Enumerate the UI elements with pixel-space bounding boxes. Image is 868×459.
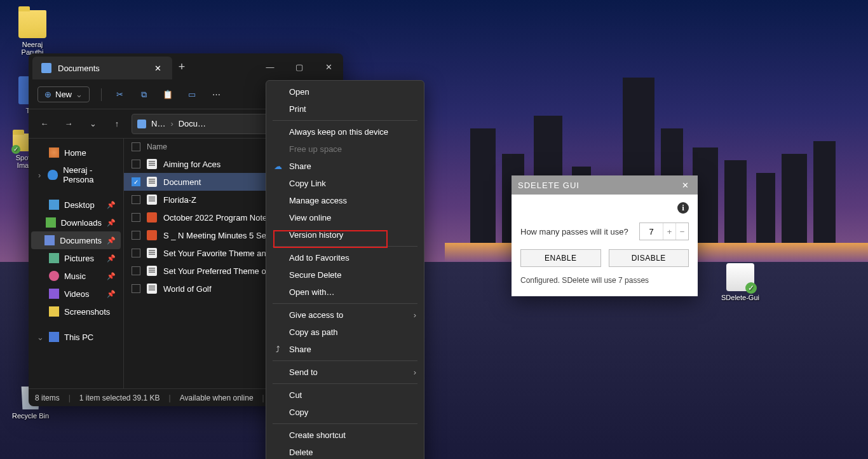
file-name: World of Golf [163, 284, 212, 294]
forward-button[interactable]: → [59, 114, 78, 134]
pin-icon: 📌 [107, 272, 116, 280]
nav-desktop[interactable]: Desktop📌 [31, 196, 121, 214]
desktop-icon-sdelete[interactable]: SDelete-Gui [718, 263, 763, 301]
ctx-open-with[interactable]: Open with… [266, 284, 424, 301]
ctx-secure-delete[interactable]: Secure Delete [266, 266, 424, 284]
nav-label: Documents [60, 236, 102, 245]
separator [273, 303, 417, 304]
pc-icon [49, 332, 59, 342]
file-icon [147, 195, 157, 205]
ctx-give-access[interactable]: Give access to› [266, 306, 424, 324]
explorer-tab[interactable]: Documents ✕ [32, 57, 172, 79]
ctx-copy-path[interactable]: Copy as path [266, 324, 424, 341]
nav-pictures[interactable]: Pictures📌 [31, 249, 121, 267]
new-button[interactable]: ⊕ New ⌄ [37, 86, 90, 102]
separator [273, 383, 417, 384]
new-tab-button[interactable]: + [172, 60, 191, 74]
checkbox[interactable] [132, 160, 140, 168]
pin-icon: 📌 [107, 290, 116, 298]
ctx-create-shortcut[interactable]: Create shortcut [266, 427, 424, 444]
titlebar[interactable]: Documents ✕ + — ▢ ✕ [29, 53, 343, 80]
ctx-share-onedrive[interactable]: ☁Share [266, 158, 424, 175]
paste-icon[interactable]: 📋 [161, 88, 174, 101]
file-name: Set Your Preferred Theme on Wi [163, 266, 283, 276]
file-name: Aiming for Aces [163, 160, 220, 169]
ctx-cut[interactable]: Cut [266, 387, 424, 404]
passes-label: How many passes will it use? [520, 227, 628, 236]
enable-button[interactable]: ENABLE [520, 249, 601, 267]
breadcrumb-segment[interactable]: Docu… [179, 119, 206, 128]
recent-button[interactable]: ⌄ [83, 114, 102, 134]
ctx-add-favorites[interactable]: Add to Favorites [266, 249, 424, 266]
checkbox[interactable] [132, 249, 140, 257]
checkbox[interactable] [132, 195, 140, 204]
file-icon [147, 230, 157, 240]
checkbox[interactable] [132, 284, 140, 293]
sdelete-titlebar[interactable]: SDELETE GUI ✕ [512, 175, 698, 195]
ctx-always-keep[interactable]: Always keep on this device [266, 123, 424, 140]
ctx-share[interactable]: ⤴Share [266, 341, 424, 358]
nav-thispc[interactable]: ⌄This PC [31, 328, 121, 346]
ctx-copy-link[interactable]: Copy Link [266, 175, 424, 192]
passes-spinner: + − [639, 223, 689, 240]
rename-icon[interactable]: ▭ [186, 88, 198, 101]
more-icon[interactable]: ⋯ [210, 88, 222, 101]
info-icon[interactable]: i [677, 202, 689, 214]
nav-videos[interactable]: Videos📌 [31, 285, 121, 303]
checkbox[interactable] [132, 213, 140, 222]
file-name: Set Your Favorite Theme and Fo [163, 249, 283, 258]
copy-icon[interactable]: ⧉ [137, 88, 150, 101]
checkbox[interactable] [132, 231, 140, 240]
nav-label: Screenshots [64, 307, 110, 317]
file-icon [147, 212, 157, 223]
nav-screenshots[interactable]: Screenshots [31, 303, 121, 320]
breadcrumb-segment[interactable]: N… [151, 119, 165, 128]
chevron-right-icon[interactable]: › [36, 170, 43, 180]
close-button[interactable]: ✕ [679, 181, 691, 190]
column-name[interactable]: Name [147, 142, 167, 151]
separator [273, 423, 417, 424]
decrement-button[interactable]: − [675, 223, 688, 240]
separator [273, 246, 417, 247]
back-button[interactable]: ← [35, 114, 54, 134]
up-button[interactable]: ↑ [107, 114, 126, 134]
close-button[interactable]: ✕ [314, 53, 343, 80]
passes-input[interactable] [640, 224, 663, 239]
increment-button[interactable]: + [663, 223, 675, 240]
ctx-copy[interactable]: Copy [266, 404, 424, 421]
nav-downloads[interactable]: Downloads📌 [31, 214, 121, 231]
cut-icon[interactable]: ✂ [113, 88, 126, 101]
share-icon: ⤴ [273, 345, 283, 354]
nav-documents[interactable]: Documents📌 [31, 231, 121, 249]
nav-home[interactable]: Home [31, 144, 121, 161]
select-all-checkbox[interactable] [132, 142, 140, 151]
ctx-open[interactable]: Open [266, 83, 424, 100]
chevron-right-icon: › [170, 119, 173, 128]
desktop-folder-neeraj[interactable]: Neeraj Paruthi [10, 10, 55, 56]
ctx-manage-access[interactable]: Manage access [266, 192, 424, 209]
checkbox[interactable] [132, 266, 140, 275]
nav-onedrive[interactable]: ›Neeraj - Persona [31, 161, 121, 188]
minimize-button[interactable]: — [255, 53, 285, 80]
sdelete-app-icon [726, 263, 754, 291]
folder-icon [49, 306, 59, 317]
ctx-send-to[interactable]: Send to› [266, 364, 424, 381]
ctx-version-history[interactable]: Version history [266, 226, 424, 243]
chevron-down-icon[interactable]: ⌄ [36, 332, 44, 342]
ctx-print[interactable]: Print [266, 100, 424, 118]
separator [273, 120, 417, 121]
checkbox[interactable] [132, 177, 140, 186]
nav-label: This PC [64, 332, 93, 342]
chevron-right-icon: › [414, 310, 416, 320]
documents-icon [44, 235, 55, 245]
ctx-delete[interactable]: Delete [266, 444, 424, 459]
sdelete-status: Configured. SDelete will use 7 passes [520, 276, 689, 289]
nav-label: Videos [64, 289, 90, 299]
maximize-button[interactable]: ▢ [285, 53, 314, 80]
close-tab-button[interactable]: ✕ [152, 62, 163, 74]
ctx-free-up: Free up space [266, 140, 424, 158]
nav-music[interactable]: Music📌 [31, 267, 121, 285]
disable-button[interactable]: DISABLE [609, 249, 689, 267]
ctx-view-online[interactable]: View online [266, 209, 424, 226]
separator [101, 88, 102, 101]
